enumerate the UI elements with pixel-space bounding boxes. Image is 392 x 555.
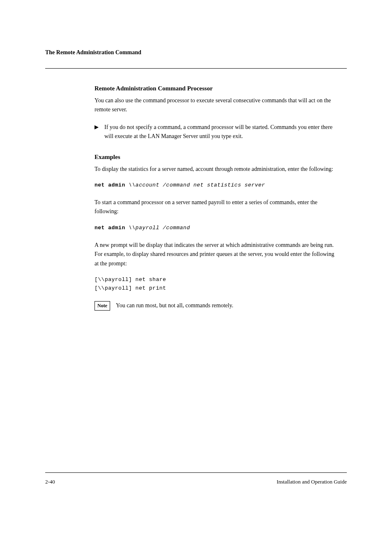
svg-marker-0: [95, 125, 99, 129]
note-text: You can run most, but not all, commands …: [116, 301, 339, 310]
example-2-text: To start a command processor on a server…: [95, 198, 339, 216]
code-args: \\account /command net statistics server: [129, 182, 265, 188]
example-1: To display the statistics for a server n…: [95, 165, 339, 188]
note-block: Note You can run most, but not all, comm…: [95, 301, 339, 311]
example-2: To start a command processor on a server…: [95, 198, 339, 231]
page-number: 2-40: [45, 479, 55, 485]
code-command: net admin: [95, 225, 129, 231]
top-rule: [45, 68, 347, 69]
intro-text: You can also use the command processor t…: [95, 96, 339, 115]
bullet-item: If you do not specify a command, a comma…: [95, 123, 339, 141]
example-3-text: A new prompt will be display that indica…: [95, 241, 339, 268]
bullet-text: If you do not specify a command, a comma…: [104, 123, 339, 141]
content-area: Remote Administration Command Processor …: [95, 85, 339, 311]
example-3: A new prompt will be display that indica…: [95, 241, 339, 291]
code-command: net admin: [95, 182, 129, 188]
examples-heading: Examples: [95, 154, 339, 161]
code-args: \\payroll /command: [129, 225, 190, 231]
example-1-text: To display the statistics for a server n…: [95, 165, 339, 174]
bottom-rule: [45, 472, 347, 473]
example-2-code: net admin \\payroll /command: [95, 225, 339, 231]
page: The Remote Administration Command Remote…: [0, 0, 392, 555]
section-title: Remote Administration Command Processor: [95, 85, 339, 92]
page-header: The Remote Administration Command: [45, 49, 347, 56]
footer-title: Installation and Operation Guide: [277, 479, 347, 485]
example-3-code-1: [\\payroll] net share: [95, 276, 339, 283]
example-3-code-2: [\\payroll] net print: [95, 285, 339, 291]
triangle-bullet-icon: [95, 124, 100, 131]
example-1-code: net admin \\account /command net statist…: [95, 182, 339, 188]
note-box: Note: [95, 301, 110, 311]
